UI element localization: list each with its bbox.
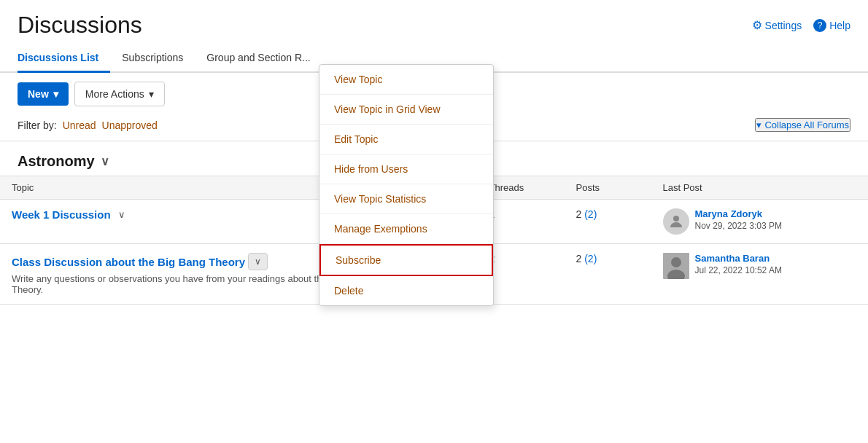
context-menu-item-view-topic[interactable]: View Topic	[319, 65, 493, 95]
more-actions-button[interactable]: More Actions ▾	[74, 82, 165, 106]
last-post-info-1: Maryna Zdoryk Nov 29, 2022 3:03 PM	[663, 208, 857, 235]
posts-extra-1: (2)	[584, 208, 597, 220]
page-header: Discussions ⚙ Settings ? Help	[0, 0, 868, 44]
help-label: Help	[829, 20, 850, 31]
context-menu: View Topic View Topic in Grid View Edit …	[319, 64, 494, 306]
tab-discussions-list[interactable]: Discussions List	[18, 44, 110, 73]
help-icon: ?	[813, 19, 826, 32]
page-title: Discussions	[18, 12, 142, 39]
collapse-all-label: Collapse All Forums	[764, 119, 849, 130]
forum-expand-icon[interactable]: ∨	[101, 154, 109, 168]
context-menu-item-delete[interactable]: Delete	[319, 276, 493, 305]
filter-unapproved[interactable]: Unapproved	[102, 119, 158, 131]
topic-link-bigbang[interactable]: Class Discussion about the Big Bang Theo…	[12, 256, 245, 268]
context-menu-item-edit-topic[interactable]: Edit Topic	[319, 125, 493, 154]
last-post-author-2: Samantha Baran	[695, 253, 782, 264]
settings-button[interactable]: ⚙ Settings	[752, 18, 802, 32]
filter-by-label: Filter by:	[18, 119, 57, 131]
col-header-last-post: Last Post	[651, 176, 869, 200]
svg-point-0	[673, 216, 679, 221]
posts-count-1: 2	[576, 208, 582, 220]
posts-extra-2: (2)	[584, 253, 597, 264]
last-post-details-1: Maryna Zdoryk Nov 29, 2022 3:03 PM	[695, 208, 782, 231]
last-post-info-2: Samantha Baran Jul 22, 2022 10:52 AM	[663, 253, 857, 279]
tab-group-section[interactable]: Group and Section R...	[206, 44, 322, 73]
new-label: New	[28, 88, 49, 100]
forum-name: Astronomy	[18, 153, 95, 170]
avatar-1	[663, 208, 689, 235]
filter-unread[interactable]: Unread	[63, 119, 96, 131]
context-menu-item-view-topic-grid[interactable]: View Topic in Grid View	[319, 95, 493, 125]
collapse-all-forums-button[interactable]: ▾ Collapse All Forums	[755, 118, 850, 132]
discussions-page: Discussions ⚙ Settings ? Help Discussion…	[0, 0, 868, 443]
last-post-date-1: Nov 29, 2022 3:03 PM	[695, 221, 782, 231]
gear-icon: ⚙	[752, 18, 762, 32]
posts-cell-1: 2 (2)	[565, 200, 651, 244]
avatar-2	[663, 253, 689, 279]
last-post-author-1: Maryna Zdoryk	[695, 208, 782, 219]
more-actions-chevron-icon: ▾	[149, 88, 154, 100]
collapse-chevron-icon: ▾	[756, 119, 762, 130]
last-post-cell-2: Samantha Baran Jul 22, 2022 10:52 AM	[651, 244, 869, 305]
last-post-date-2: Jul 22, 2022 10:52 AM	[695, 265, 782, 275]
more-actions-label: More Actions	[85, 88, 144, 100]
posts-count-2: 2	[576, 253, 582, 264]
topic-expand-button-2[interactable]: ∨	[248, 253, 268, 270]
topic-expand-icon-1[interactable]: ∨	[118, 209, 125, 220]
posts-cell-2: 2 (2)	[565, 244, 651, 305]
filter-left: Filter by: Unread Unapproved	[18, 119, 158, 131]
context-menu-item-hide-from-users[interactable]: Hide from Users	[319, 154, 493, 184]
tab-subscriptions[interactable]: Subscriptions	[122, 44, 195, 73]
context-menu-item-subscribe[interactable]: Subscribe	[319, 244, 493, 276]
new-button[interactable]: New ▾	[18, 82, 69, 106]
topic-link-week1[interactable]: Week 1 Discussion	[12, 208, 111, 221]
context-menu-item-manage-exemptions[interactable]: Manage Exemptions	[319, 214, 493, 244]
last-post-cell-1: Maryna Zdoryk Nov 29, 2022 3:03 PM	[651, 200, 869, 244]
svg-point-2	[671, 257, 681, 267]
col-header-posts: Posts	[565, 176, 651, 200]
settings-label: Settings	[765, 20, 802, 31]
header-actions: ⚙ Settings ? Help	[752, 18, 850, 32]
new-chevron-icon: ▾	[53, 88, 58, 100]
help-button[interactable]: ? Help	[813, 19, 850, 32]
context-menu-item-view-topic-stats[interactable]: View Topic Statistics	[319, 184, 493, 214]
last-post-details-2: Samantha Baran Jul 22, 2022 10:52 AM	[695, 253, 782, 275]
